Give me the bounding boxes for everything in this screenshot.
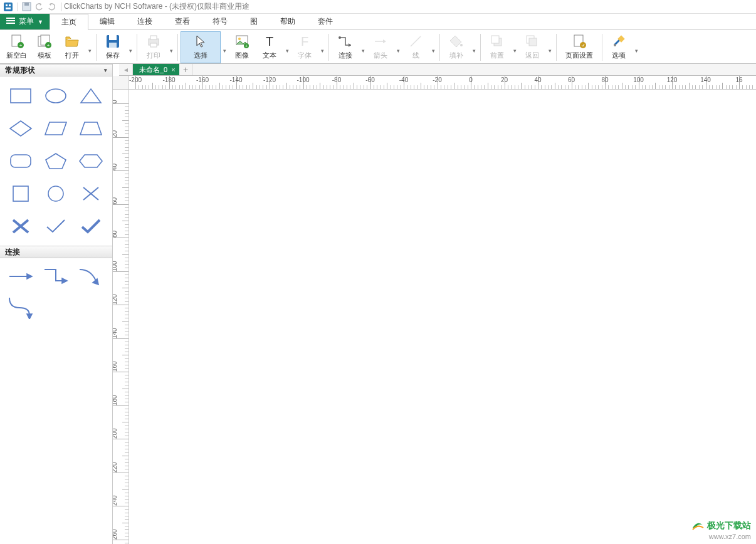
select-dropdown[interactable]: ▾ (221, 31, 228, 63)
image-icon: + (233, 33, 251, 50)
template-button[interactable]: + 模板 (31, 31, 58, 63)
fill-button[interactable]: 填补 (443, 31, 470, 63)
image-button[interactable]: + 图像 (228, 31, 256, 63)
shape-pentagon[interactable] (39, 145, 73, 177)
font-button[interactable]: F 字体 (291, 31, 318, 63)
shape-check-bold[interactable] (74, 211, 108, 242)
fill-dropdown[interactable]: ▾ (470, 31, 478, 63)
template-icon: + (36, 33, 53, 50)
tab-connect[interactable]: 连接 (126, 14, 164, 29)
page-setup-button[interactable]: 页面设置 (559, 31, 599, 63)
undo-icon[interactable] (33, 1, 45, 13)
arrow-dropdown[interactable]: ▾ (394, 31, 402, 63)
ruler-label: -20 (433, 76, 441, 83)
connect-button[interactable]: 连接 (332, 31, 359, 63)
shapes-panel-header[interactable]: 常规形状 ▾ (0, 64, 112, 76)
print-dropdown[interactable]: ▾ (167, 31, 175, 63)
svg-point-44 (48, 186, 63, 201)
redo-icon[interactable] (46, 1, 57, 13)
options-button[interactable]: 选项 (605, 31, 633, 63)
ruler-label: -80 (332, 76, 341, 83)
svg-text:+: + (19, 43, 22, 48)
open-dropdown[interactable]: ▾ (86, 31, 93, 63)
open-folder-icon (63, 33, 81, 50)
new-blank-button[interactable]: + 新空白 (3, 31, 31, 63)
arrow-button[interactable]: 箭头 (367, 31, 394, 63)
select-button[interactable]: 选择 (181, 31, 221, 63)
save-quick-icon[interactable] (21, 1, 32, 13)
options-label: 选项 (612, 51, 626, 60)
shape-cross-x-bold[interactable] (4, 211, 38, 242)
connectors-header-label: 连接 (5, 247, 20, 258)
ruler-label: 100 (633, 76, 644, 83)
shape-square[interactable] (4, 178, 38, 209)
svg-rect-33 (491, 36, 499, 43)
tab-label: 帮助 (280, 16, 295, 27)
tab-label: 连接 (137, 16, 152, 27)
shape-circle[interactable] (39, 178, 73, 209)
new-tab-button[interactable]: + (179, 64, 193, 75)
text-icon: T (261, 33, 278, 50)
tab-symbol[interactable]: 符号 (201, 14, 239, 29)
save-button[interactable]: 保存 (99, 31, 127, 63)
connectors-panel-header[interactable]: 连接 (0, 246, 112, 258)
main-menu-button[interactable]: 菜单 ▼ (0, 14, 50, 29)
back-dropdown[interactable]: ▾ (546, 31, 554, 63)
tab-scroll-left[interactable]: ◂ (119, 64, 133, 75)
document-tab[interactable]: 未命名_0 × (133, 64, 179, 75)
ruler-label: 60 (113, 197, 118, 204)
tab-suite[interactable]: 套件 (307, 14, 344, 29)
line-dropdown[interactable]: ▾ (429, 31, 437, 63)
connector-curve[interactable] (74, 262, 108, 291)
svg-rect-18 (109, 43, 117, 48)
shape-rounded-rect[interactable] (4, 145, 38, 177)
connect-dropdown[interactable]: ▾ (359, 31, 367, 63)
close-tab-icon[interactable]: × (171, 66, 175, 73)
front-button[interactable]: 前置 (483, 31, 511, 63)
font-dropdown[interactable]: ▾ (318, 31, 326, 63)
document-tabs: ◂ 未命名_0 × + (119, 64, 756, 76)
open-button[interactable]: 打开 (58, 31, 86, 63)
tab-view[interactable]: 查看 (164, 14, 201, 29)
save-dropdown[interactable]: ▾ (127, 31, 134, 63)
connector-icon (337, 33, 354, 50)
ruler-label: 16 (735, 76, 742, 83)
tab-diagram[interactable]: 图 (239, 14, 269, 29)
connector-straight[interactable] (4, 262, 38, 291)
shape-check[interactable] (39, 211, 73, 242)
front-dropdown[interactable]: ▾ (511, 31, 518, 63)
line-button[interactable]: 线 (402, 31, 429, 63)
back-button[interactable]: 返回 (518, 31, 546, 63)
options-dropdown[interactable]: ▾ (633, 31, 640, 63)
text-dropdown[interactable]: ▾ (283, 31, 291, 63)
page-setup-icon (570, 33, 588, 50)
connector-elbow[interactable] (39, 262, 73, 291)
shape-triangle[interactable] (74, 80, 108, 112)
collapse-icon: ▾ (104, 67, 107, 73)
text-button[interactable]: T 文本 (256, 31, 283, 63)
ruler-label: 120 (113, 294, 118, 305)
line-icon (407, 33, 424, 50)
svg-point-41 (46, 89, 66, 103)
print-button[interactable]: 打印 (140, 31, 167, 63)
drawing-canvas[interactable] (129, 90, 756, 544)
shape-parallelogram[interactable] (39, 113, 73, 144)
shape-cross-x[interactable] (74, 178, 108, 209)
ruler-label: 60 (568, 76, 575, 83)
shape-rectangle[interactable] (4, 80, 38, 112)
document-tab-label: 未命名_0 (139, 65, 167, 75)
shape-diamond[interactable] (4, 113, 38, 144)
tab-edit[interactable]: 编辑 (88, 14, 126, 29)
svg-point-28 (339, 36, 341, 39)
tab-help[interactable]: 帮助 (269, 14, 307, 29)
connector-s-curve[interactable] (4, 292, 38, 321)
shape-hexagon[interactable] (74, 145, 108, 177)
separator (61, 3, 61, 11)
shape-trapezoid[interactable] (74, 113, 108, 144)
horizontal-ruler: -200-180-160-140-120-100-80-60-40-200204… (129, 76, 756, 90)
tab-home[interactable]: 主页 (50, 14, 88, 30)
shape-ellipse[interactable] (39, 80, 73, 112)
svg-rect-2 (9, 4, 11, 6)
svg-rect-43 (13, 186, 28, 201)
svg-rect-17 (109, 35, 117, 40)
